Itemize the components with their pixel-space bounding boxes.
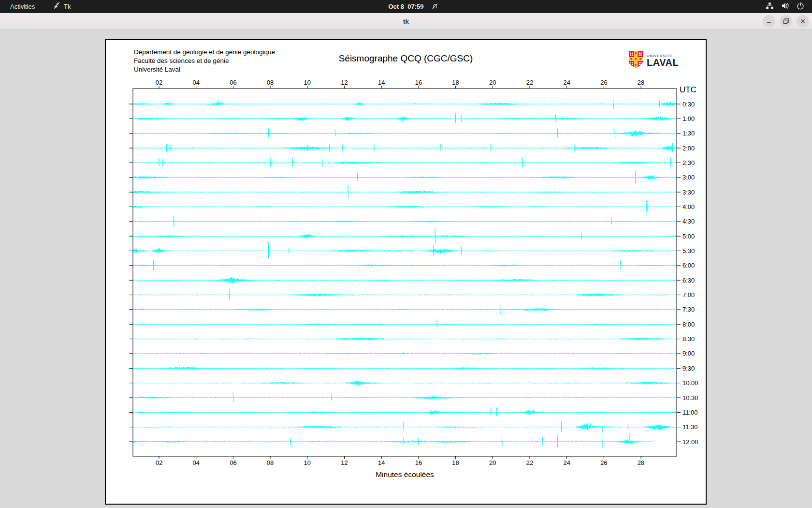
bell-slash-icon [431, 2, 439, 12]
utc-time-label: 10:30 [682, 394, 698, 402]
utc-time-label: 9:30 [682, 365, 695, 372]
seismic-trace [133, 113, 676, 123]
x-tick-label-bottom: 16 [415, 459, 422, 466]
x-tick-label-bottom: 24 [563, 459, 570, 466]
system-menu[interactable] [762, 0, 808, 13]
x-tick-label-bottom: 22 [526, 459, 533, 466]
utc-time-label: 9:00 [682, 350, 695, 357]
utc-time-label: 8:00 [682, 321, 695, 328]
seismic-trace [133, 201, 676, 212]
seismic-trace [133, 228, 676, 242]
x-tick-label-bottom: 02 [156, 459, 162, 466]
maximize-button[interactable] [780, 15, 792, 28]
utc-time-label: 5:00 [682, 233, 695, 240]
utc-time-label: 11:30 [682, 423, 698, 431]
utc-time-label: 2:00 [682, 145, 695, 152]
speaker-icon [781, 2, 789, 11]
seismic-trace [133, 319, 676, 328]
seismic-trace [133, 242, 676, 258]
x-tick-label-top: 20 [489, 79, 496, 86]
seismic-trace [133, 419, 676, 433]
utc-axis-label: UTC [680, 85, 696, 94]
seismic-trace [133, 353, 676, 355]
utc-time-label: 6:00 [682, 262, 695, 269]
seismic-trace [133, 185, 676, 197]
window-titlebar[interactable]: tk [0, 13, 812, 30]
x-tick-label-bottom: 06 [230, 459, 236, 466]
x-tick-label-bottom: 10 [304, 459, 311, 466]
utc-time-label: 6:30 [682, 277, 695, 284]
seismic-trace [133, 433, 652, 448]
x-tick-label-bottom: 18 [452, 459, 459, 466]
seismograph-canvas: Département de géologie et de génie géol… [105, 39, 707, 505]
x-tick-label-bottom: 26 [600, 459, 607, 466]
x-tick-label-bottom: 28 [638, 459, 644, 466]
utc-time-label: 10:00 [682, 379, 698, 387]
x-tick-label-bottom: 14 [378, 459, 385, 466]
utc-time-label: 3:30 [682, 189, 695, 196]
x-tick-label-bottom: 12 [341, 459, 348, 466]
close-icon [799, 17, 807, 25]
seismic-trace [133, 157, 676, 167]
seismic-trace [133, 392, 676, 402]
x-tick-label-top: 14 [378, 79, 385, 86]
x-tick-label-top: 26 [600, 79, 607, 86]
x-tick-label-top: 08 [267, 79, 274, 86]
utc-time-label: 0:30 [682, 101, 695, 108]
x-tick-label-top: 06 [230, 79, 236, 86]
seismic-trace [133, 304, 676, 314]
top-bar: Activities Tk Oct 8 07:59 [0, 0, 812, 13]
plot-border [133, 89, 677, 456]
seismic-trace [133, 407, 676, 416]
network-icon [766, 2, 774, 11]
utc-time-label: 1:30 [682, 130, 695, 137]
close-button[interactable] [797, 15, 809, 28]
x-tick-label-top: 28 [638, 79, 644, 86]
minimize-icon [765, 17, 773, 25]
x-tick-label-top: 16 [415, 79, 422, 86]
utc-time-label: 4:00 [682, 203, 695, 210]
x-tick-label-top: 02 [156, 79, 162, 86]
utc-time-label: 5:30 [682, 247, 695, 254]
x-tick-label-bottom: 08 [267, 459, 274, 466]
seismograph-plot: 0202040406060808101012121414161618182020… [106, 40, 706, 504]
x-tick-label-bottom: 20 [489, 459, 496, 466]
window-title: tk [403, 18, 409, 25]
seismic-trace [133, 338, 676, 341]
minimize-button[interactable] [763, 15, 775, 28]
maximize-icon [782, 17, 790, 25]
utc-time-label: 3:00 [682, 174, 695, 181]
utc-time-label: 12:00 [682, 438, 698, 446]
x-tick-label-bottom: 04 [192, 459, 199, 466]
utc-time-label: 8:30 [682, 335, 695, 343]
x-tick-label-top: 12 [341, 79, 348, 86]
clock[interactable]: Oct 8 07:59 [389, 3, 424, 10]
seismic-trace [133, 216, 676, 226]
utc-time-label: 4:30 [682, 218, 695, 225]
utc-time-label: 11:00 [682, 409, 698, 416]
seismic-trace [133, 277, 676, 284]
x-tick-label-top: 22 [526, 79, 533, 86]
seismic-trace [133, 143, 676, 152]
utc-time-label: 2:30 [682, 159, 695, 166]
x-axis-label: Minutes écoulées [376, 470, 434, 478]
x-tick-label-top: 24 [563, 79, 570, 86]
seismic-trace [133, 171, 676, 183]
power-icon [797, 2, 804, 11]
utc-time-label: 1:00 [682, 115, 695, 122]
seismic-trace [133, 98, 676, 109]
seismic-trace [133, 289, 676, 300]
x-tick-label-top: 10 [304, 79, 311, 86]
seismic-trace [133, 260, 676, 270]
x-tick-label-top: 18 [452, 79, 459, 86]
utc-time-label: 7:00 [682, 291, 695, 299]
x-tick-label-top: 04 [192, 79, 199, 86]
seismic-trace [133, 367, 676, 370]
utc-time-label: 7:30 [682, 306, 695, 313]
seismic-trace [133, 128, 676, 138]
app-window-content: Département de géologie et de génie géol… [0, 30, 812, 508]
seismic-trace [133, 381, 676, 385]
